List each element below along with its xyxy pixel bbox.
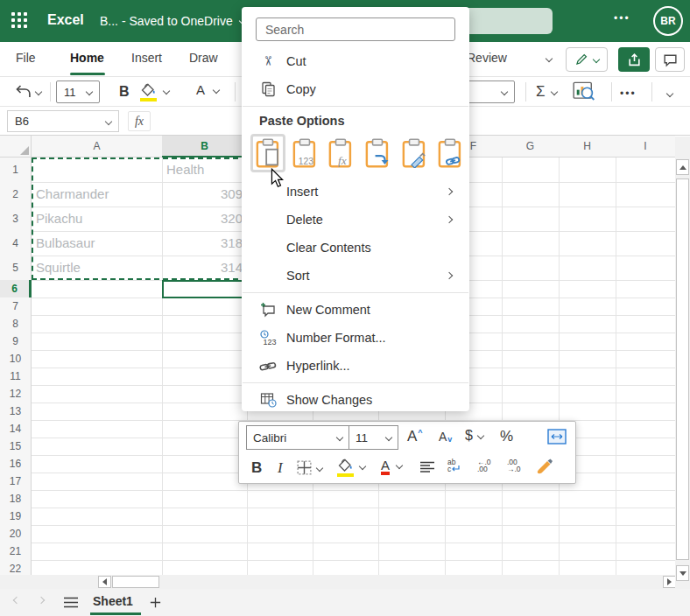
column-header-A[interactable]: A bbox=[32, 136, 163, 158]
font-size-select[interactable]: 11 bbox=[349, 425, 398, 450]
row-header-22[interactable]: 22 bbox=[0, 560, 32, 575]
analyze-data-button[interactable] bbox=[573, 81, 595, 102]
increase-decimal-button[interactable]: .00 →.0 bbox=[507, 458, 521, 472]
tab-home[interactable]: Home bbox=[70, 51, 104, 65]
menu-item-clear-contents[interactable]: Clear Contents bbox=[242, 234, 469, 262]
grow-font-button[interactable]: A^ bbox=[407, 428, 422, 445]
paste-values-button[interactable]: 123 bbox=[287, 134, 322, 172]
row-header-21[interactable]: 21 bbox=[0, 542, 32, 561]
row-header-19[interactable]: 19 bbox=[0, 508, 32, 526]
add-sheet-button[interactable] bbox=[149, 596, 162, 609]
font-name-select[interactable]: Calibri bbox=[246, 425, 349, 450]
bold-button[interactable]: B bbox=[251, 459, 262, 477]
share-button[interactable] bbox=[618, 47, 650, 72]
next-sheet-chevron-icon[interactable] bbox=[38, 597, 45, 604]
document-title[interactable]: B... - Saved to OneDrive bbox=[100, 14, 245, 28]
row-header-2[interactable]: 2 bbox=[0, 182, 32, 207]
cell-A4[interactable]: Bulbasaur bbox=[32, 231, 158, 256]
tab-overflow-chevron-icon[interactable] bbox=[546, 55, 553, 62]
font-size-select[interactable]: 11 bbox=[56, 80, 100, 103]
alignment-button[interactable] bbox=[419, 461, 435, 473]
merge-center-button[interactable] bbox=[547, 429, 567, 444]
editing-mode-button[interactable] bbox=[566, 47, 608, 72]
fill-color-button[interactable] bbox=[337, 458, 365, 473]
tab-file[interactable]: File bbox=[16, 51, 36, 65]
collapse-ribbon-chevron-icon[interactable] bbox=[666, 90, 673, 97]
all-sheets-icon[interactable] bbox=[63, 597, 79, 608]
row-header-8[interactable]: 8 bbox=[0, 315, 32, 333]
avatar[interactable]: BR bbox=[653, 6, 683, 36]
paste-formulas-button[interactable]: fx bbox=[323, 134, 358, 172]
paste-link-button[interactable] bbox=[433, 134, 468, 172]
scroll-down-button[interactable] bbox=[676, 565, 689, 581]
select-all-corner[interactable] bbox=[0, 136, 32, 158]
tab-review[interactable]: Review bbox=[467, 51, 507, 65]
context-menu-search-input[interactable] bbox=[256, 18, 455, 41]
tab-insert[interactable]: Insert bbox=[131, 51, 162, 65]
menu-item-show-changes[interactable]: Show Changes bbox=[242, 386, 469, 411]
shrink-font-button[interactable]: Av bbox=[439, 430, 451, 444]
menu-item-new-comment[interactable]: New Comment bbox=[242, 296, 469, 324]
row-header-18[interactable]: 18 bbox=[0, 490, 32, 508]
row-header-20[interactable]: 20 bbox=[0, 525, 32, 543]
row-header-11[interactable]: 11 bbox=[0, 368, 32, 386]
app-name[interactable]: Excel bbox=[47, 12, 84, 28]
row-header-7[interactable]: 7 bbox=[0, 298, 32, 316]
menu-item-insert[interactable]: Insert bbox=[242, 178, 469, 206]
bold-button[interactable]: B bbox=[119, 84, 130, 100]
row-header-13[interactable]: 13 bbox=[0, 402, 32, 421]
row-header-16[interactable]: 16 bbox=[0, 455, 32, 473]
horizontal-scrollbar[interactable] bbox=[0, 575, 690, 589]
paste-transpose-button[interactable] bbox=[360, 134, 395, 172]
column-header-I[interactable]: I bbox=[616, 136, 675, 158]
cell-B2[interactable]: 309 bbox=[163, 182, 243, 206]
cell-A2[interactable]: Charmander bbox=[32, 182, 158, 206]
row-header-9[interactable]: 9 bbox=[0, 332, 32, 351]
undo-button[interactable] bbox=[14, 84, 41, 100]
vertical-scroll-thumb[interactable] bbox=[676, 178, 689, 560]
font-color-button[interactable]: A bbox=[196, 84, 219, 96]
borders-button[interactable] bbox=[297, 460, 322, 475]
tab-draw[interactable]: Draw bbox=[189, 51, 218, 65]
font-color-button[interactable]: A bbox=[381, 459, 402, 472]
row-header-6[interactable]: 6 bbox=[0, 280, 32, 298]
decrease-decimal-button[interactable]: ←.0 .00 bbox=[477, 458, 491, 472]
paste-button[interactable] bbox=[250, 134, 285, 172]
autosum-button[interactable]: Σ bbox=[536, 83, 557, 101]
row-header-3[interactable]: 3 bbox=[0, 206, 32, 232]
header-more-button[interactable]: ••• bbox=[614, 12, 630, 24]
vertical-scrollbar[interactable] bbox=[675, 136, 690, 589]
row-header-4[interactable]: 4 bbox=[0, 231, 32, 256]
menu-item-number-format[interactable]: 123 Number Format... bbox=[242, 324, 469, 352]
row-header-12[interactable]: 12 bbox=[0, 385, 32, 403]
column-header-B[interactable]: B bbox=[162, 136, 248, 158]
active-cell[interactable] bbox=[162, 280, 248, 298]
cell-A3[interactable]: Pikachu bbox=[32, 206, 158, 231]
cell-B3[interactable]: 320 bbox=[163, 206, 243, 231]
cell-B5[interactable]: 314 bbox=[163, 256, 243, 280]
row-header-14[interactable]: 14 bbox=[0, 420, 32, 438]
row-header-17[interactable]: 17 bbox=[0, 472, 32, 491]
menu-item-delete[interactable]: Delete bbox=[242, 206, 469, 234]
row-header-1[interactable]: 1 bbox=[0, 158, 32, 183]
scroll-up-button[interactable] bbox=[676, 159, 689, 175]
format-painter-button[interactable] bbox=[537, 458, 554, 475]
horizontal-scroll-thumb[interactable] bbox=[112, 576, 159, 588]
column-header-G[interactable]: G bbox=[502, 136, 560, 158]
row-header-5[interactable]: 5 bbox=[0, 256, 32, 281]
row-header-10[interactable]: 10 bbox=[0, 350, 32, 368]
cell-A5[interactable]: Squirtle bbox=[32, 256, 158, 280]
comments-button[interactable] bbox=[655, 47, 685, 72]
menu-item-copy[interactable]: Copy bbox=[242, 75, 469, 103]
sheet-tab-sheet1[interactable]: Sheet1 bbox=[93, 594, 133, 608]
menu-item-sort[interactable]: Sort bbox=[242, 262, 469, 290]
menu-item-cut[interactable]: ✂ Cut bbox=[242, 47, 469, 75]
cell-B1[interactable]: Health bbox=[163, 158, 243, 182]
column-header-H[interactable]: H bbox=[559, 136, 616, 158]
italic-button[interactable]: I bbox=[278, 459, 283, 477]
previous-sheet-chevron-icon[interactable] bbox=[13, 597, 20, 604]
percent-style-button[interactable]: % bbox=[500, 428, 513, 445]
wrap-text-button[interactable]: ab c bbox=[447, 458, 460, 472]
fill-color-button[interactable] bbox=[140, 83, 169, 98]
paste-formatting-button[interactable] bbox=[397, 134, 432, 172]
